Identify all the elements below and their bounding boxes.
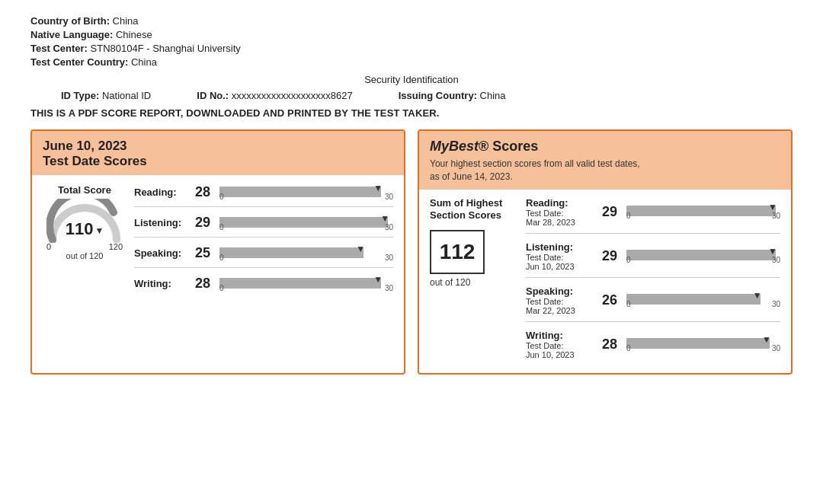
section-label: Writing: xyxy=(134,278,195,289)
mybest-bar-container: ▼ 0 30 xyxy=(626,204,780,219)
bar-container: ▼ 0 30 xyxy=(219,276,393,292)
security-id-label: Security Identification xyxy=(364,74,459,85)
mybest-section-label: Reading: xyxy=(526,197,602,209)
test-date-scores-card: June 10, 2023 Test Date Scores Total Sco… xyxy=(30,129,405,375)
mybest-bar-max: 30 xyxy=(772,300,780,308)
left-card-header: June 10, 2023 Test Date Scores xyxy=(32,131,404,175)
mybest-bar-container: ▼ 0 30 xyxy=(626,337,780,352)
total-score-value: 110 xyxy=(66,219,94,239)
total-score-number-area: 110 ▼ xyxy=(66,219,104,239)
id-row: ID Type: National ID ID No.: xxxxxxxxxxx… xyxy=(61,90,793,101)
bar-max: 30 xyxy=(385,223,393,231)
native-language-label: Native Language: xyxy=(30,29,113,40)
sum-label: Sum of HighestSection Scores xyxy=(430,197,502,223)
bar-container: ▼ 0 30 xyxy=(219,185,393,200)
bar-container: ▼ 0 30 xyxy=(219,215,393,231)
mybest-bar-arrow-icon: ▼ xyxy=(762,334,771,345)
section-label: Reading: xyxy=(134,187,195,198)
id-no-field: ID No.: xxxxxxxxxxxxxxxxxxxx8627 xyxy=(197,90,352,101)
total-score-area: Total Score 110 ▼ xyxy=(43,184,126,298)
mybest-bar-axis: 0 30 xyxy=(626,344,780,352)
section-score: 28 xyxy=(195,184,216,200)
native-language-value: Chinese xyxy=(116,29,152,40)
bar-arrow-icon: ▼ xyxy=(373,274,383,285)
gauge-max: 120 xyxy=(109,242,123,251)
section-label: Speaking: xyxy=(134,247,195,259)
id-type-field: ID Type: National ID xyxy=(61,90,151,101)
section-label: Listening: xyxy=(134,217,195,228)
bar-container: ▼ 0 30 xyxy=(219,246,393,261)
mybest-section-score: 29 xyxy=(602,204,623,220)
section-scores-left: Reading: 28 ▼ 0 30 Listening: 29 ▼ 0 30 … xyxy=(134,184,393,298)
sum-area: Sum of HighestSection Scores 112 out of … xyxy=(430,197,514,365)
mybest-section-scores: Reading: Test Date: Mar 28, 2023 29 ▼ 0 … xyxy=(526,197,780,365)
mybest-row-info: Listening: Test Date: Jun 10, 2023 xyxy=(526,241,602,271)
bar-min: 0 xyxy=(219,284,224,292)
mybest-date: Jun 10, 2023 xyxy=(526,262,602,271)
mybest-bar-arrow-icon: ▼ xyxy=(768,202,777,212)
mybest-section-label: Listening: xyxy=(526,241,602,253)
test-center-label: Test Center: xyxy=(30,43,88,54)
sum-out-of: out of 120 xyxy=(430,277,470,288)
mybest-bar-min: 0 xyxy=(626,344,631,352)
mybest-date-label: Test Date: xyxy=(526,297,602,306)
mybest-bar-max: 30 xyxy=(772,212,780,220)
right-card-body: Sum of HighestSection Scores 112 out of … xyxy=(419,190,791,373)
mybest-section-score: 28 xyxy=(602,337,623,352)
score-cards: June 10, 2023 Test Date Scores Total Sco… xyxy=(30,129,793,375)
country-of-birth-label: Country of Birth: xyxy=(30,15,110,27)
mybest-title-reg: ® Scores xyxy=(479,139,538,154)
disclaimer: THIS IS A PDF SCORE REPORT, DOWNLOADED A… xyxy=(30,107,793,119)
bar-min: 0 xyxy=(219,254,224,262)
test-center-country-value: China xyxy=(131,56,157,68)
issuing-country-field: Issuing Country: China xyxy=(399,90,506,101)
mybest-section-score: 26 xyxy=(602,292,623,308)
mybest-scores-card: MyBest® Scores Your highest section scor… xyxy=(418,129,793,375)
sum-score-box: 112 xyxy=(430,230,485,274)
issuing-country-label: Issuing Country: xyxy=(399,90,477,101)
bar-max: 30 xyxy=(385,254,393,262)
test-date-subtitle: Test Date Scores xyxy=(43,154,393,169)
mybest-desc: Your highest section scores from all val… xyxy=(430,158,780,183)
mybest-bar-axis: 0 30 xyxy=(626,300,780,308)
section-score: 29 xyxy=(195,215,216,231)
id-type-value: National ID xyxy=(102,90,151,101)
right-card-header: MyBest® Scores Your highest section scor… xyxy=(419,131,791,190)
test-center-country-line: Test Center Country: China xyxy=(30,56,793,68)
issuing-country-value: China xyxy=(480,90,506,101)
section-score: 25 xyxy=(195,245,216,261)
native-language-line: Native Language: Chinese xyxy=(30,29,793,40)
mybest-title-italic: MyBest xyxy=(430,139,479,154)
total-score-arrow: ▼ xyxy=(94,225,104,236)
bar-max: 30 xyxy=(385,193,393,201)
gauge-min: 0 xyxy=(46,242,51,251)
test-date: June 10, 2023 xyxy=(43,139,393,154)
bar-axis: 0 30 xyxy=(219,193,393,201)
bar-min: 0 xyxy=(219,193,224,201)
mybest-date: Jun 10, 2023 xyxy=(526,350,602,359)
bar-axis: 0 30 xyxy=(219,284,393,292)
test-center-country-label: Test Center Country: xyxy=(30,56,128,68)
country-of-birth-value: China xyxy=(113,15,139,27)
mybest-bar-container: ▼ 0 30 xyxy=(626,248,780,263)
mybest-bar-min: 0 xyxy=(626,212,631,220)
id-type-label: ID Type: xyxy=(61,90,99,101)
sum-score-value: 112 xyxy=(440,240,476,264)
mybest-row-info: Reading: Test Date: Mar 28, 2023 xyxy=(526,197,602,227)
mybest-bar-min: 0 xyxy=(626,256,631,264)
page: Country of Birth: China Native Language:… xyxy=(0,0,823,504)
mybest-bar-axis: 0 30 xyxy=(626,212,780,220)
total-score-label: Total Score xyxy=(58,184,111,196)
bar-max: 30 xyxy=(385,284,393,292)
section-score-row: Reading: 28 ▼ 0 30 xyxy=(134,184,393,207)
mybest-date: Mar 22, 2023 xyxy=(526,306,602,315)
mybest-bar-container: ▼ 0 30 xyxy=(626,292,780,308)
mybest-bar-axis: 0 30 xyxy=(626,256,780,264)
test-center-value: STN80104F - Shanghai University xyxy=(91,43,241,54)
left-card-body: Total Score 110 ▼ xyxy=(32,175,404,307)
mybest-section-score: 29 xyxy=(602,248,623,264)
gauge-axis-labels: 0 120 xyxy=(46,242,123,251)
mybest-row-info: Writing: Test Date: Jun 10, 2023 xyxy=(526,330,602,359)
mybest-date-label: Test Date: xyxy=(526,341,602,350)
section-score-row: Speaking: 25 ▼ 0 30 xyxy=(134,245,393,268)
